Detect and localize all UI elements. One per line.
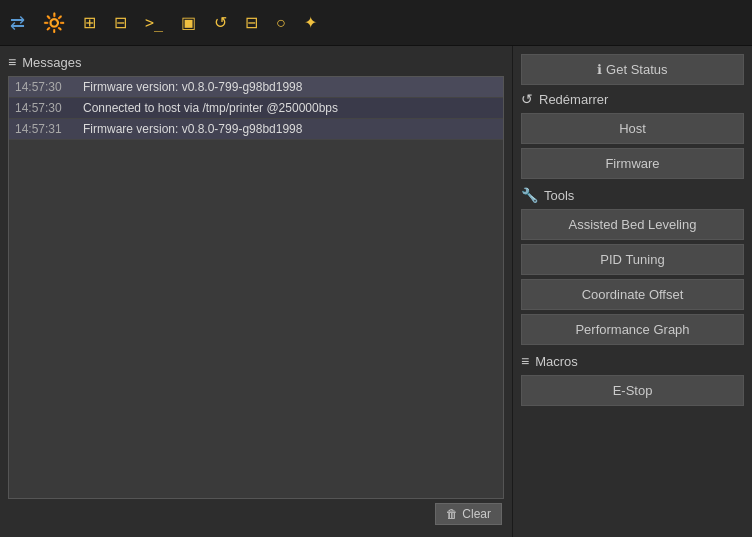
messages-title: Messages bbox=[22, 55, 81, 70]
clear-label: Clear bbox=[462, 507, 491, 521]
controller-icon[interactable]: ⊟ bbox=[114, 13, 127, 32]
assisted-bed-leveling-button[interactable]: Assisted Bed Leveling bbox=[521, 209, 744, 240]
messages-header: ≡ Messages bbox=[8, 54, 504, 70]
right-panel: ℹ Get Status ↺ Redémarrer Host Firmware … bbox=[512, 46, 752, 537]
firmware-label: Firmware bbox=[605, 156, 659, 171]
msg-time: 14:57:30 bbox=[15, 80, 75, 94]
performance-graph-label: Performance Graph bbox=[575, 322, 689, 337]
estop-button[interactable]: E-Stop bbox=[521, 375, 744, 406]
clear-button[interactable]: 🗑 Clear bbox=[435, 503, 502, 525]
tools-label: Tools bbox=[544, 188, 574, 203]
msg-time: 14:57:30 bbox=[15, 101, 75, 115]
main-content: ≡ Messages 14:57:30 Firmware version: v0… bbox=[0, 46, 752, 537]
tag-icon[interactable]: ✦ bbox=[304, 13, 317, 32]
tools-icon: 🔧 bbox=[521, 187, 538, 203]
terminal-icon[interactable]: >_ bbox=[145, 14, 163, 32]
firmware-button[interactable]: Firmware bbox=[521, 148, 744, 179]
msg-text: Connected to host via /tmp/printer @2500… bbox=[83, 101, 338, 115]
get-status-button[interactable]: ℹ Get Status bbox=[521, 54, 744, 85]
pid-tuning-label: PID Tuning bbox=[600, 252, 664, 267]
msg-text: Firmware version: v0.8.0-799-g98bd1998 bbox=[83, 80, 302, 94]
msg-time: 14:57:31 bbox=[15, 122, 75, 136]
toolbar: ⇄ 🔆 ⊞ ⊟ >_ ▣ ↺ ⊟ ○ ✦ bbox=[0, 0, 752, 46]
host-label: Host bbox=[619, 121, 646, 136]
coordinate-offset-label: Coordinate Offset bbox=[582, 287, 684, 302]
print-icon[interactable]: ▣ bbox=[181, 13, 196, 32]
msg-text: Firmware version: v0.8.0-799-g98bd1998 bbox=[83, 122, 302, 136]
wifi-icon[interactable]: 🔆 bbox=[43, 12, 65, 34]
table-row: 14:57:30 Connected to host via /tmp/prin… bbox=[9, 98, 503, 119]
get-status-label: ℹ Get Status bbox=[597, 62, 667, 77]
clear-bar: 🗑 Clear bbox=[8, 499, 504, 529]
assisted-bed-leveling-label: Assisted Bed Leveling bbox=[569, 217, 697, 232]
coordinate-offset-button[interactable]: Coordinate Offset bbox=[521, 279, 744, 310]
messages-area[interactable]: 14:57:30 Firmware version: v0.8.0-799-g9… bbox=[8, 76, 504, 499]
table-row: 14:57:30 Firmware version: v0.8.0-799-g9… bbox=[9, 77, 503, 98]
left-panel: ≡ Messages 14:57:30 Firmware version: v0… bbox=[0, 46, 512, 537]
restart-section: ↺ Redémarrer bbox=[521, 91, 744, 107]
table-row: 14:57:31 Firmware version: v0.8.0-799-g9… bbox=[9, 119, 503, 140]
macros-icon: ≡ bbox=[521, 353, 529, 369]
circle-icon[interactable]: ○ bbox=[276, 14, 286, 32]
host-button[interactable]: Host bbox=[521, 113, 744, 144]
estop-label: E-Stop bbox=[613, 383, 653, 398]
macros-label: Macros bbox=[535, 354, 578, 369]
pid-tuning-button[interactable]: PID Tuning bbox=[521, 244, 744, 275]
messages-icon: ≡ bbox=[8, 54, 16, 70]
temperature-icon[interactable]: ⊞ bbox=[83, 13, 96, 32]
restart-label: Redémarrer bbox=[539, 92, 608, 107]
clear-icon: 🗑 bbox=[446, 507, 458, 521]
macros-section-title: ≡ Macros bbox=[521, 353, 744, 369]
history-icon[interactable]: ↺ bbox=[214, 13, 227, 32]
tools-section-title: 🔧 Tools bbox=[521, 187, 744, 203]
usb-icon[interactable]: ⇄ bbox=[10, 12, 25, 34]
restart-icon: ↺ bbox=[521, 91, 533, 107]
bed-icon[interactable]: ⊟ bbox=[245, 13, 258, 32]
performance-graph-button[interactable]: Performance Graph bbox=[521, 314, 744, 345]
